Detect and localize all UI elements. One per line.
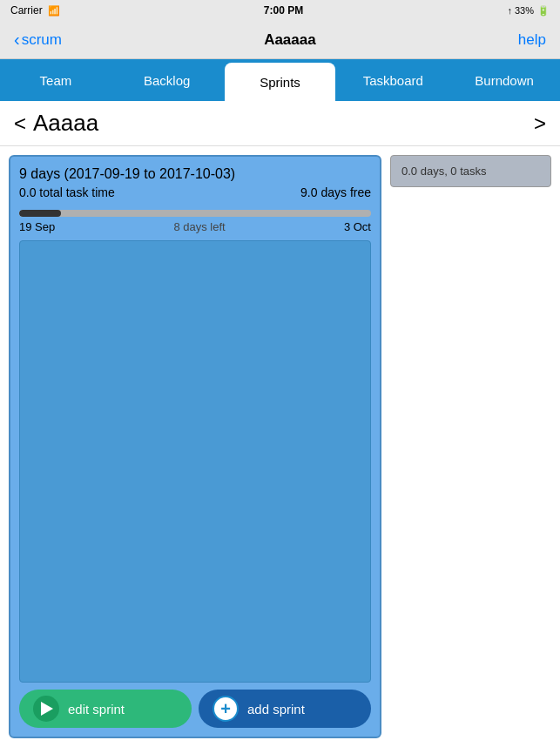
status-left: Carrier 📶 xyxy=(10,4,60,17)
sprint-header-row: 9 days (2017-09-19 to 2017-10-03) xyxy=(19,165,371,184)
tab-bar: Team Backlog Sprints Taskboard Burndown xyxy=(0,59,560,101)
sprint-days-free: 9.0 days free xyxy=(300,185,371,205)
signal-label: ↑ 33% xyxy=(507,5,534,16)
tab-backlog-label: Backlog xyxy=(144,73,190,88)
page-title-bar: < Aaaaa > xyxy=(0,101,560,146)
page-title-left: < Aaaaa xyxy=(14,110,98,137)
tab-backlog[interactable]: Backlog xyxy=(111,59,223,101)
edit-sprint-label: edit sprint xyxy=(68,702,125,717)
prev-button[interactable]: < xyxy=(14,111,26,136)
status-time: 7:00 PM xyxy=(264,4,303,17)
tab-sprints-label: Sprints xyxy=(260,75,300,90)
next-button[interactable]: > xyxy=(534,111,546,136)
sprint-body xyxy=(19,240,371,683)
status-bar: Carrier 📶 7:00 PM ↑ 33% 🔋 xyxy=(0,0,560,21)
tab-taskboard[interactable]: Taskboard xyxy=(337,59,449,101)
tab-sprints[interactable]: Sprints xyxy=(225,63,336,101)
wifi-icon: 📶 xyxy=(48,5,60,17)
nav-bar: ‹ scrum Aaaaaa help xyxy=(0,21,560,59)
main-content: 9 days (2017-09-19 to 2017-10-03) 0.0 to… xyxy=(0,146,560,747)
carrier-label: Carrier xyxy=(10,4,43,17)
back-chevron-icon: ‹ xyxy=(14,30,20,50)
date-start: 19 Sep xyxy=(19,220,55,233)
tab-burndown[interactable]: Burndown xyxy=(449,59,560,101)
tab-team[interactable]: Team xyxy=(0,59,111,101)
tab-taskboard-label: Taskboard xyxy=(363,73,423,88)
date-end: 3 Oct xyxy=(344,220,371,233)
page-title: Aaaaa xyxy=(33,110,98,137)
tab-burndown-label: Burndown xyxy=(475,73,534,88)
sprint-buttons: edit sprint add sprint xyxy=(19,690,371,728)
back-button[interactable]: ‹ scrum xyxy=(14,30,62,50)
play-icon xyxy=(33,696,59,722)
progress-bar-fill xyxy=(19,210,61,217)
plus-icon xyxy=(213,696,239,722)
summary-box: 0.0 days, 0 tasks xyxy=(390,155,551,187)
progress-bar-container xyxy=(19,210,371,217)
summary-label: 0.0 days, 0 tasks xyxy=(401,165,487,178)
tab-team-label: Team xyxy=(40,73,72,88)
status-right: ↑ 33% 🔋 xyxy=(507,5,550,17)
sprint-card: 9 days (2017-09-19 to 2017-10-03) 0.0 to… xyxy=(9,155,381,738)
sprint-task-time: 0.0 total task time xyxy=(19,185,115,199)
progress-dates: 19 Sep 8 days left 3 Oct xyxy=(19,220,371,233)
help-button[interactable]: help xyxy=(518,31,546,49)
back-label: scrum xyxy=(22,31,62,49)
sprint-duration-label: 9 days (2017-09-19 to 2017-10-03) xyxy=(19,165,235,184)
battery-icon: 🔋 xyxy=(537,5,550,17)
add-sprint-button[interactable]: add sprint xyxy=(199,690,371,728)
edit-sprint-button[interactable]: edit sprint xyxy=(19,690,192,728)
days-left: 8 days left xyxy=(173,220,225,233)
nav-title: Aaaaaa xyxy=(264,31,316,49)
right-panel: 0.0 days, 0 tasks xyxy=(390,155,551,738)
add-sprint-label: add sprint xyxy=(247,702,305,717)
